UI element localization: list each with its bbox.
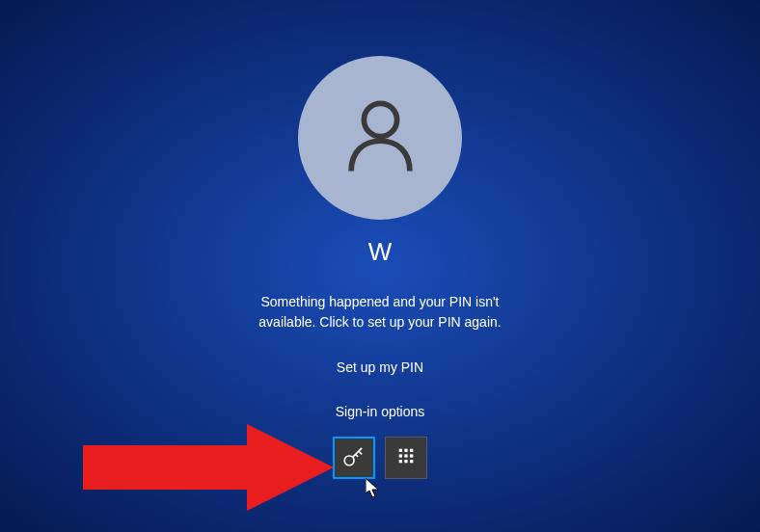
svg-rect-5 <box>399 449 402 452</box>
svg-rect-7 <box>410 449 413 452</box>
svg-marker-15 <box>366 478 378 497</box>
svg-rect-11 <box>399 460 402 463</box>
svg-line-4 <box>356 454 358 456</box>
svg-rect-6 <box>404 449 407 452</box>
svg-rect-8 <box>399 454 402 457</box>
pin-pad-icon <box>394 443 419 472</box>
signin-options-label: Sign-in options <box>336 404 425 419</box>
signin-option-password[interactable] <box>333 437 375 479</box>
username-label: W <box>368 237 393 267</box>
svg-point-0 <box>364 103 396 136</box>
signin-options-row <box>333 437 427 479</box>
svg-line-3 <box>359 451 362 454</box>
svg-rect-12 <box>404 460 407 463</box>
key-icon <box>341 443 366 472</box>
user-avatar <box>298 56 462 220</box>
svg-marker-14 <box>83 424 334 511</box>
pin-error-message: Something happened and your PIN isn't av… <box>258 292 501 332</box>
signin-option-pin[interactable] <box>385 437 427 479</box>
setup-pin-link[interactable]: Set up my PIN <box>337 359 423 375</box>
person-icon <box>335 91 426 186</box>
svg-rect-13 <box>410 460 413 463</box>
annotation-arrow <box>83 424 334 515</box>
svg-rect-10 <box>410 454 413 457</box>
cursor-icon <box>366 478 383 503</box>
svg-rect-9 <box>404 454 407 457</box>
